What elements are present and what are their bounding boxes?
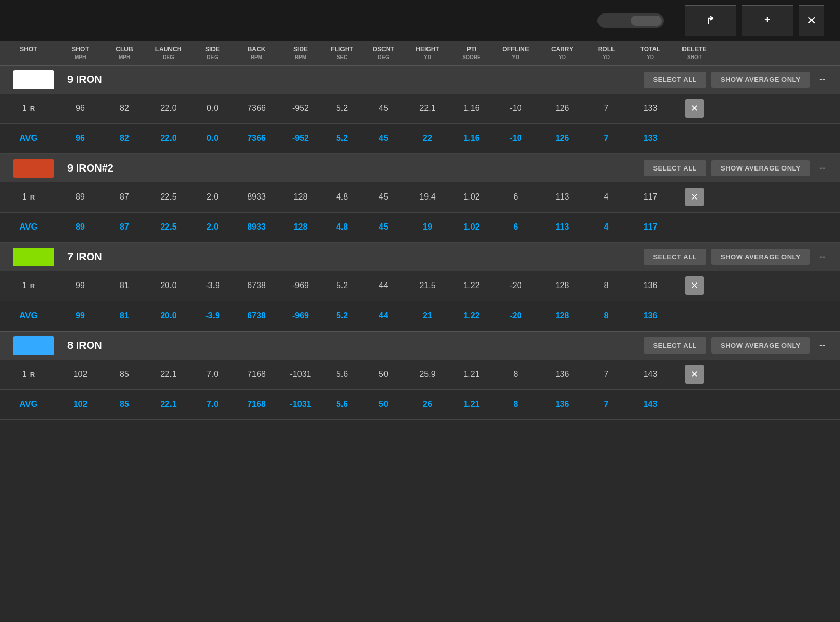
avg-cell-3: 22.0 bbox=[145, 134, 192, 143]
shot-cell-2: 82 bbox=[104, 104, 145, 113]
shot-row: 1R998120.0-3.96738-9695.24421.51.22-2012… bbox=[0, 271, 840, 301]
avg-cell-10: 1.21 bbox=[451, 400, 492, 409]
shot-cell-3: 22.0 bbox=[145, 104, 192, 113]
avg-cell-9: 26 bbox=[404, 400, 451, 409]
avg-cell-7: 5.6 bbox=[321, 400, 363, 409]
avg-cell-0: AVG bbox=[0, 133, 57, 144]
col-header-carry: CARRYYD bbox=[539, 46, 586, 61]
delete-cell: ✕ bbox=[674, 276, 715, 295]
avg-cell-12: 126 bbox=[539, 134, 586, 143]
shot-cell-6: -1031 bbox=[280, 370, 321, 379]
shot-cell-13: 8 bbox=[586, 281, 627, 290]
club-actions-7iron: SELECT ALLSHOW AVERAGE ONLY-- bbox=[644, 249, 830, 265]
avg-cell-4: 0.0 bbox=[192, 134, 233, 143]
shot-cell-3: 20.0 bbox=[145, 281, 192, 290]
select-all-button-7iron[interactable]: SELECT ALL bbox=[644, 249, 706, 265]
col-header-pti: PTISCORE bbox=[451, 46, 492, 61]
delete-shot-button[interactable]: ✕ bbox=[685, 276, 704, 295]
shot-cell-9: 19.4 bbox=[404, 192, 451, 202]
show-average-button-9iron2[interactable]: SHOW AVERAGE ONLY bbox=[711, 160, 810, 176]
tab-shot-history[interactable] bbox=[600, 16, 631, 26]
shot-row: 1R1028522.17.07168-10315.65025.91.218136… bbox=[0, 360, 840, 390]
show-average-button-7iron[interactable]: SHOW AVERAGE ONLY bbox=[711, 249, 810, 265]
avg-cell-11: -20 bbox=[492, 311, 539, 320]
export-button[interactable]: ↱ bbox=[685, 5, 736, 36]
shot-cell-8: 44 bbox=[363, 281, 404, 290]
col-header-flight: FLIGHTSEC bbox=[321, 46, 363, 61]
avg-cell-10: 1.22 bbox=[451, 311, 492, 320]
avg-cell-12: 128 bbox=[539, 311, 586, 320]
delete-shot-button[interactable]: ✕ bbox=[685, 365, 704, 384]
tab-shot-plotting[interactable] bbox=[631, 16, 662, 26]
club-name-7iron: 7 IRON bbox=[62, 251, 644, 263]
new-session-button[interactable]: + bbox=[742, 5, 793, 36]
avg-cell-8: 44 bbox=[363, 311, 404, 320]
avg-row: AVG1028522.17.07168-10315.650261.2181367… bbox=[0, 390, 840, 420]
shot-cell-0: 1R bbox=[0, 281, 57, 290]
shot-cell-2: 85 bbox=[104, 370, 145, 379]
shot-cell-3: 22.1 bbox=[145, 370, 192, 379]
club-color-swatch-9iron2 bbox=[13, 159, 54, 178]
close-button[interactable]: ✕ bbox=[799, 5, 824, 36]
col-header-side: SIDEDEG bbox=[192, 46, 233, 61]
avg-cell-0: AVG bbox=[0, 399, 57, 409]
shot-cell-3: 22.5 bbox=[145, 192, 192, 202]
avg-cell-4: -3.9 bbox=[192, 311, 233, 320]
avg-cell-11: 6 bbox=[492, 222, 539, 232]
shot-cell-11: 6 bbox=[492, 192, 539, 202]
shot-cell-10: 1.02 bbox=[451, 192, 492, 202]
bottom-area bbox=[0, 420, 840, 524]
avg-cell-3: 22.1 bbox=[145, 400, 192, 409]
select-all-button-9iron2[interactable]: SELECT ALL bbox=[644, 160, 706, 176]
shot-cell-1: 96 bbox=[57, 104, 104, 113]
shot-cell-9: 25.9 bbox=[404, 370, 451, 379]
avg-cell-0: AVG bbox=[0, 222, 57, 232]
avg-cell-4: 2.0 bbox=[192, 222, 233, 232]
close-icon: ✕ bbox=[807, 14, 816, 27]
avg-cell-7: 5.2 bbox=[321, 311, 363, 320]
shot-cell-6: -969 bbox=[280, 281, 321, 290]
show-average-button-9iron[interactable]: SHOW AVERAGE ONLY bbox=[711, 72, 810, 88]
shot-cell-5: 7366 bbox=[233, 104, 280, 113]
shot-cell-5: 8933 bbox=[233, 192, 280, 202]
select-all-button-9iron[interactable]: SELECT ALL bbox=[644, 72, 706, 88]
club-header-7iron: 7 IRONSELECT ALLSHOW AVERAGE ONLY-- bbox=[0, 243, 840, 271]
avg-row: AVG968222.00.07366-9525.245221.16-101267… bbox=[0, 124, 840, 154]
delete-cell: ✕ bbox=[674, 188, 715, 206]
club-menu-7iron[interactable]: -- bbox=[815, 251, 830, 262]
shot-cell-12: 126 bbox=[539, 104, 586, 113]
club-color-swatch-7iron bbox=[13, 248, 54, 266]
avg-cell-5: 8933 bbox=[233, 222, 280, 232]
avg-cell-2: 82 bbox=[104, 134, 145, 143]
avg-row: AVG998120.0-3.96738-9695.244211.22-20128… bbox=[0, 301, 840, 331]
select-all-button-8iron[interactable]: SELECT ALL bbox=[644, 337, 706, 354]
shot-cell-0: 1R bbox=[0, 104, 57, 113]
club-menu-9iron2[interactable]: -- bbox=[815, 163, 830, 174]
shot-cell-2: 87 bbox=[104, 192, 145, 202]
export-icon: ↱ bbox=[706, 14, 715, 26]
shot-cell-7: 5.2 bbox=[321, 104, 363, 113]
col-header-side: SIDERPM bbox=[280, 46, 321, 61]
club-color-swatch-8iron bbox=[13, 336, 54, 355]
club-section-7iron: 7 IRONSELECT ALLSHOW AVERAGE ONLY--1R998… bbox=[0, 243, 840, 332]
shot-cell-12: 128 bbox=[539, 281, 586, 290]
col-header-club: CLUBMPH bbox=[104, 46, 145, 61]
delete-shot-button[interactable]: ✕ bbox=[685, 99, 704, 118]
avg-cell-5: 6738 bbox=[233, 311, 280, 320]
club-header-9iron: 9 IRONSELECT ALLSHOW AVERAGE ONLY-- bbox=[0, 66, 840, 94]
col-header-dscnt: DSCNTDEG bbox=[363, 46, 404, 61]
club-section-8iron: 8 IRONSELECT ALLSHOW AVERAGE ONLY--1R102… bbox=[0, 332, 840, 420]
shot-cell-4: 7.0 bbox=[192, 370, 233, 379]
club-menu-8iron[interactable]: -- bbox=[815, 340, 830, 351]
club-menu-9iron[interactable]: -- bbox=[815, 74, 830, 85]
col-header-delete: DELETESHOT bbox=[674, 46, 715, 61]
shot-cell-11: -20 bbox=[492, 281, 539, 290]
avg-cell-6: -1031 bbox=[280, 400, 321, 409]
shot-cell-12: 136 bbox=[539, 370, 586, 379]
avg-cell-8: 45 bbox=[363, 222, 404, 232]
avg-cell-1: 89 bbox=[57, 222, 104, 232]
col-header-total: TOTALYD bbox=[627, 46, 674, 61]
delete-shot-button[interactable]: ✕ bbox=[685, 188, 704, 206]
shot-cell-8: 45 bbox=[363, 192, 404, 202]
show-average-button-8iron[interactable]: SHOW AVERAGE ONLY bbox=[711, 337, 810, 354]
